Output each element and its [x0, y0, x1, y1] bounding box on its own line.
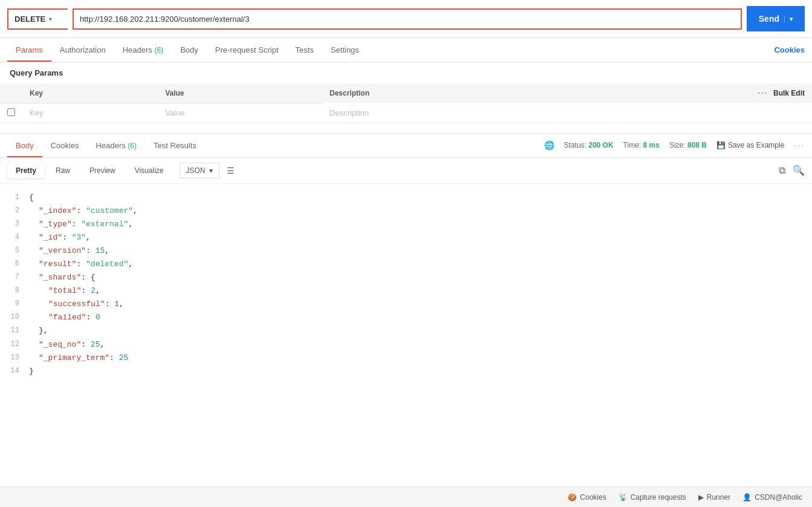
send-label: Send — [759, 14, 779, 24]
tab-headers[interactable]: Headers (6) — [114, 38, 172, 62]
json-punct: : — [86, 246, 96, 255]
json-punct: : — [86, 313, 96, 322]
resp-tab-body[interactable]: Body — [7, 134, 42, 157]
cookies-link[interactable]: Cookies — [774, 38, 805, 62]
line-code: "_version": 15, — [29, 244, 109, 258]
json-string: "deleted" — [86, 260, 128, 269]
tab-params[interactable]: Params — [7, 38, 51, 62]
th-value: Value — [158, 83, 322, 103]
line-code: "_id": "3", — [29, 231, 91, 244]
json-line: 2"_index": "customer", — [0, 204, 812, 218]
response-more-options-icon[interactable]: ··· — [794, 140, 805, 150]
json-punct: } — [29, 367, 34, 376]
line-number: 10 — [5, 311, 29, 324]
json-punct: : — [76, 206, 86, 215]
th-key: Key — [22, 83, 158, 103]
format-pretty-button[interactable]: Pretty — [7, 163, 45, 178]
resp-tab-cookies[interactable]: Cookies — [42, 134, 88, 157]
json-string: "3" — [72, 233, 86, 242]
resp-tab-headers[interactable]: Headers (6) — [88, 134, 145, 157]
method-label: DELETE — [15, 15, 45, 24]
search-icon[interactable]: 🔍 — [793, 165, 805, 176]
json-line: 9"successful": 1, — [0, 298, 812, 311]
tab-settings[interactable]: Settings — [322, 38, 368, 62]
json-line: 3"_type": "external", — [0, 218, 812, 231]
more-options-icon[interactable]: ··· — [758, 88, 768, 98]
response-format-bar: Pretty Raw Preview Visualize JSON ▾ ☰ ⧉ … — [0, 158, 812, 184]
line-number: 12 — [5, 338, 29, 352]
json-key: "_version" — [39, 246, 86, 255]
json-punct: , — [133, 206, 138, 215]
json-line: 8"total": 2, — [0, 284, 812, 298]
tab-body[interactable]: Body — [172, 38, 207, 62]
response-tabs-bar: Body Cookies Headers (6) Test Results 🌐 … — [0, 134, 812, 158]
json-key: "_primary_term" — [39, 353, 109, 362]
json-key: "_index" — [39, 206, 76, 215]
resp-tab-testresults[interactable]: Test Results — [145, 134, 205, 157]
json-line: 13"_primary_term": 25 — [0, 352, 812, 365]
response-meta: 🌐 Status: 200 OK Time: 8 ms Size: 808 B … — [544, 140, 805, 150]
json-line: 14} — [0, 365, 812, 378]
globe-icon: 🌐 — [544, 140, 554, 150]
status-label: Status: 200 OK — [564, 141, 614, 149]
row-key[interactable]: Key — [22, 103, 158, 123]
send-button[interactable]: Send ▾ — [747, 6, 805, 31]
json-punct: : — [76, 260, 86, 269]
line-code: "_type": "external", — [29, 218, 133, 231]
json-number: 25 — [119, 353, 129, 362]
json-line: 1{ — [0, 191, 812, 204]
tab-prerequest[interactable]: Pre-request Script — [207, 38, 287, 62]
line-number: 4 — [5, 231, 29, 244]
th-checkbox — [0, 83, 22, 103]
json-line: 7"_shards": { — [0, 271, 812, 284]
format-raw-button[interactable]: Raw — [47, 163, 79, 178]
row-description[interactable]: Description — [322, 103, 812, 123]
params-table: Key Value Description ··· Bulk Edit Key — [0, 83, 812, 123]
method-selector[interactable]: DELETE ▾ — [7, 8, 68, 30]
json-key: "_type" — [39, 220, 72, 229]
json-punct: }, — [39, 326, 48, 335]
json-key: "_seq_no" — [39, 340, 81, 349]
json-string: "external" — [81, 220, 128, 229]
format-preview-button[interactable]: Preview — [81, 163, 124, 178]
time-value: 8 ms — [643, 141, 660, 149]
filter-icon[interactable]: ☰ — [227, 166, 235, 175]
json-number: 25 — [91, 340, 100, 349]
json-punct: : — [82, 286, 91, 295]
th-description: Description ··· Bulk Edit — [322, 83, 812, 103]
json-punct: : { — [81, 273, 95, 282]
query-params-header: Query Params — [0, 62, 812, 83]
json-line: 5"_version": 15, — [0, 244, 812, 258]
json-number: 0 — [96, 313, 100, 322]
tab-tests[interactable]: Tests — [287, 38, 322, 62]
json-line: 12"_seq_no": 25, — [0, 338, 812, 352]
type-selector-arrow: ▾ — [209, 166, 213, 175]
line-number: 13 — [5, 352, 29, 365]
save-as-example-button[interactable]: 💾 Save as Example — [716, 141, 784, 149]
json-key: "_shards" — [39, 273, 81, 282]
copy-icon[interactable]: ⧉ — [779, 165, 785, 176]
line-code: { — [29, 191, 34, 204]
line-number: 1 — [5, 191, 29, 204]
json-punct: , — [119, 299, 124, 309]
json-punct: , — [105, 246, 109, 255]
bulk-edit-link[interactable]: Bulk Edit — [773, 89, 805, 97]
save-icon: 💾 — [716, 141, 726, 149]
row-checkbox[interactable] — [0, 103, 22, 123]
tab-authorization[interactable]: Authorization — [51, 38, 114, 62]
size-value: 808 B — [687, 141, 707, 149]
type-selector[interactable]: JSON ▾ — [180, 163, 219, 178]
json-line: 11}, — [0, 324, 812, 338]
json-punct: , — [96, 286, 100, 295]
send-dropdown-icon[interactable]: ▾ — [784, 16, 793, 22]
status-value: 200 OK — [588, 141, 613, 149]
json-punct: : — [72, 220, 82, 229]
line-number: 11 — [5, 324, 29, 338]
request-tabs: Params Authorization Headers (6) Body Pr… — [0, 38, 812, 62]
url-input[interactable] — [74, 10, 741, 28]
row-value[interactable]: Value — [158, 103, 322, 123]
row-checkbox-input[interactable] — [7, 108, 15, 116]
json-number: 2 — [91, 286, 96, 295]
line-number: 2 — [5, 204, 29, 218]
format-visualize-button[interactable]: Visualize — [126, 163, 172, 178]
